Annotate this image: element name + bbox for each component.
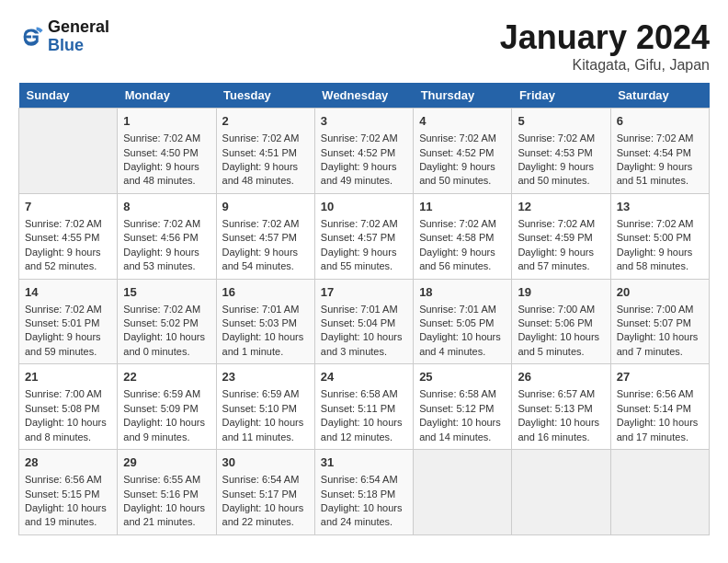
calendar-table: SundayMondayTuesdayWednesdayThursdayFrid… bbox=[18, 83, 710, 535]
month-title: January 2024 bbox=[500, 18, 710, 57]
calendar-cell: 25Sunrise: 6:58 AMSunset: 5:12 PMDayligh… bbox=[414, 364, 512, 450]
sunrise-label: Sunrise: 6:59 AM bbox=[123, 388, 200, 399]
calendar-cell: 12Sunrise: 7:02 AMSunset: 4:59 PMDayligh… bbox=[512, 193, 610, 279]
sunrise-label: Sunrise: 7:02 AM bbox=[419, 132, 496, 144]
daylight-label: Daylight: 9 hours and 59 minutes. bbox=[25, 331, 101, 356]
sunset-label: Sunset: 5:16 PM bbox=[123, 488, 198, 500]
daylight-label: Daylight: 9 hours and 51 minutes. bbox=[617, 161, 693, 186]
day-number: 5 bbox=[518, 113, 604, 130]
calendar-cell: 14Sunrise: 7:02 AMSunset: 5:01 PMDayligh… bbox=[19, 279, 118, 364]
daylight-label: Daylight: 9 hours and 56 minutes. bbox=[419, 247, 495, 271]
weekday-header-row: SundayMondayTuesdayWednesdayThursdayFrid… bbox=[19, 83, 710, 109]
sunset-label: Sunset: 5:12 PM bbox=[419, 403, 494, 414]
calendar-cell: 31Sunrise: 6:54 AMSunset: 5:18 PMDayligh… bbox=[314, 450, 413, 535]
sunset-label: Sunset: 5:18 PM bbox=[321, 488, 395, 500]
sunset-label: Sunset: 4:55 PM bbox=[25, 232, 99, 243]
calendar-cell: 18Sunrise: 7:01 AMSunset: 5:05 PMDayligh… bbox=[414, 279, 512, 364]
sunset-label: Sunset: 4:50 PM bbox=[123, 147, 198, 158]
calendar-cell: 11Sunrise: 7:02 AMSunset: 4:58 PMDayligh… bbox=[414, 193, 512, 279]
daylight-label: Daylight: 10 hours and 5 minutes. bbox=[518, 331, 599, 356]
calendar-cell: 22Sunrise: 6:59 AMSunset: 5:09 PMDayligh… bbox=[118, 364, 216, 450]
calendar-cell bbox=[19, 109, 118, 194]
daylight-label: Daylight: 10 hours and 19 minutes. bbox=[25, 502, 107, 527]
day-number: 2 bbox=[222, 113, 309, 130]
day-number: 10 bbox=[321, 199, 407, 215]
day-number: 28 bbox=[25, 454, 111, 471]
sunset-label: Sunset: 5:00 PM bbox=[617, 232, 691, 243]
weekday-friday: Friday bbox=[512, 83, 610, 109]
sunset-label: Sunset: 5:10 PM bbox=[222, 403, 297, 414]
calendar-cell: 30Sunrise: 6:54 AMSunset: 5:17 PMDayligh… bbox=[216, 450, 314, 535]
calendar-cell: 6Sunrise: 7:02 AMSunset: 4:54 PMDaylight… bbox=[610, 109, 709, 194]
calendar-body: 1Sunrise: 7:02 AMSunset: 4:50 PMDaylight… bbox=[19, 109, 710, 535]
sunset-label: Sunset: 5:04 PM bbox=[321, 317, 395, 328]
calendar-cell: 15Sunrise: 7:02 AMSunset: 5:02 PMDayligh… bbox=[118, 279, 216, 364]
daylight-label: Daylight: 10 hours and 17 minutes. bbox=[617, 417, 699, 442]
sunrise-label: Sunrise: 7:00 AM bbox=[25, 388, 102, 399]
sunset-label: Sunset: 5:09 PM bbox=[123, 403, 198, 414]
day-number: 27 bbox=[617, 369, 703, 385]
week-row-5: 28Sunrise: 6:56 AMSunset: 5:15 PMDayligh… bbox=[19, 450, 710, 535]
sunset-label: Sunset: 4:54 PM bbox=[617, 147, 691, 158]
day-number: 1 bbox=[123, 113, 210, 130]
day-number: 17 bbox=[321, 284, 407, 301]
calendar-cell: 5Sunrise: 7:02 AMSunset: 4:53 PMDaylight… bbox=[512, 109, 610, 194]
sunrise-label: Sunrise: 7:02 AM bbox=[321, 132, 398, 144]
daylight-label: Daylight: 10 hours and 9 minutes. bbox=[123, 417, 205, 442]
day-number: 21 bbox=[25, 369, 111, 385]
sunset-label: Sunset: 4:58 PM bbox=[419, 232, 494, 243]
day-number: 24 bbox=[321, 369, 407, 385]
sunset-label: Sunset: 4:57 PM bbox=[222, 232, 297, 243]
calendar-cell: 7Sunrise: 7:02 AMSunset: 4:55 PMDaylight… bbox=[19, 193, 118, 279]
calendar-cell: 8Sunrise: 7:02 AMSunset: 4:56 PMDaylight… bbox=[118, 193, 216, 279]
calendar-cell: 13Sunrise: 7:02 AMSunset: 5:00 PMDayligh… bbox=[610, 193, 709, 279]
day-number: 9 bbox=[222, 199, 309, 215]
daylight-label: Daylight: 10 hours and 22 minutes. bbox=[222, 502, 304, 527]
sunrise-label: Sunrise: 7:02 AM bbox=[617, 218, 694, 229]
day-number: 25 bbox=[419, 369, 506, 385]
page-header: General Blue January 2024 Kitagata, Gifu… bbox=[18, 18, 710, 74]
daylight-label: Daylight: 9 hours and 58 minutes. bbox=[617, 247, 693, 271]
daylight-label: Daylight: 10 hours and 4 minutes. bbox=[419, 331, 501, 356]
weekday-tuesday: Tuesday bbox=[216, 83, 314, 109]
location: Kitagata, Gifu, Japan bbox=[500, 57, 710, 74]
calendar-cell: 4Sunrise: 7:02 AMSunset: 4:52 PMDaylight… bbox=[414, 109, 512, 194]
calendar-cell: 27Sunrise: 6:56 AMSunset: 5:14 PMDayligh… bbox=[610, 364, 709, 450]
calendar-cell: 10Sunrise: 7:02 AMSunset: 4:57 PMDayligh… bbox=[314, 193, 413, 279]
week-row-3: 14Sunrise: 7:02 AMSunset: 5:01 PMDayligh… bbox=[19, 279, 710, 364]
daylight-label: Daylight: 10 hours and 12 minutes. bbox=[321, 417, 403, 442]
daylight-label: Daylight: 10 hours and 7 minutes. bbox=[617, 331, 699, 356]
calendar-cell: 26Sunrise: 6:57 AMSunset: 5:13 PMDayligh… bbox=[512, 364, 610, 450]
sunset-label: Sunset: 5:05 PM bbox=[419, 317, 494, 328]
day-number: 26 bbox=[518, 369, 604, 385]
sunset-label: Sunset: 4:56 PM bbox=[123, 232, 198, 243]
day-number: 8 bbox=[123, 199, 210, 215]
sunrise-label: Sunrise: 7:00 AM bbox=[518, 304, 595, 315]
calendar-cell: 1Sunrise: 7:02 AMSunset: 4:50 PMDaylight… bbox=[118, 109, 216, 194]
daylight-label: Daylight: 10 hours and 14 minutes. bbox=[419, 417, 501, 442]
day-number: 4 bbox=[419, 113, 506, 130]
sunset-label: Sunset: 4:53 PM bbox=[518, 147, 592, 158]
sunset-label: Sunset: 5:11 PM bbox=[321, 403, 395, 414]
weekday-saturday: Saturday bbox=[610, 83, 709, 109]
day-number: 29 bbox=[123, 454, 210, 471]
sunset-label: Sunset: 4:51 PM bbox=[222, 147, 297, 158]
daylight-label: Daylight: 10 hours and 21 minutes. bbox=[123, 502, 205, 527]
sunrise-label: Sunrise: 6:56 AM bbox=[25, 474, 102, 485]
calendar-cell: 16Sunrise: 7:01 AMSunset: 5:03 PMDayligh… bbox=[216, 279, 314, 364]
calendar-cell: 24Sunrise: 6:58 AMSunset: 5:11 PMDayligh… bbox=[314, 364, 413, 450]
calendar-cell bbox=[414, 450, 512, 535]
sunset-label: Sunset: 5:15 PM bbox=[25, 488, 99, 500]
sunrise-label: Sunrise: 6:57 AM bbox=[518, 388, 595, 399]
sunrise-label: Sunrise: 7:02 AM bbox=[123, 304, 200, 315]
sunrise-label: Sunrise: 6:54 AM bbox=[222, 474, 300, 485]
logo: General Blue bbox=[18, 18, 109, 55]
weekday-thursday: Thursday bbox=[414, 83, 512, 109]
sunrise-label: Sunrise: 7:02 AM bbox=[222, 132, 300, 144]
calendar-cell: 2Sunrise: 7:02 AMSunset: 4:51 PMDaylight… bbox=[216, 109, 314, 194]
logo-text: General Blue bbox=[48, 18, 109, 55]
sunset-label: Sunset: 5:07 PM bbox=[617, 317, 691, 328]
calendar-cell: 21Sunrise: 7:00 AMSunset: 5:08 PMDayligh… bbox=[19, 364, 118, 450]
day-number: 23 bbox=[222, 369, 309, 385]
calendar-cell bbox=[610, 450, 709, 535]
